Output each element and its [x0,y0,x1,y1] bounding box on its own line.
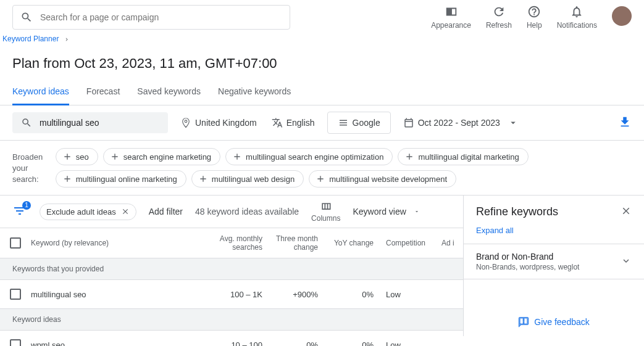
add-filter-button[interactable]: Add filter [149,207,183,216]
caret-down-icon [508,117,519,128]
broaden-label: Broaden your search: [12,148,46,187]
filter-button[interactable]: 1 [12,204,27,220]
header-comp[interactable]: Competition [380,239,435,247]
exclude-adult-chip[interactable]: Exclude adult ideas [40,204,136,220]
location-filter[interactable]: United Kingdom [178,113,259,132]
network-icon [338,117,349,128]
avatar[interactable] [612,6,632,26]
header-ad[interactable]: Ad i [435,239,460,247]
cell-keyword: wpml seo [31,340,191,347]
breadcrumb-link[interactable]: Keyword Planner [2,35,59,43]
notifications-action[interactable]: Notifications [557,5,597,30]
close-icon [621,205,632,216]
cell-yoy: 0% [324,340,380,347]
language-filter[interactable]: English [269,113,317,132]
broaden-chip[interactable]: seo [56,148,98,165]
tab-keyword-ideas[interactable]: Keyword ideas [12,81,69,105]
row-checkbox[interactable] [10,339,21,346]
close-icon[interactable] [121,207,130,216]
row-checkbox[interactable] [10,289,21,300]
help-action[interactable]: Help [527,5,542,30]
broaden-chip[interactable]: multilingual online marketing [56,170,186,187]
plus-icon [316,174,325,184]
refine-group-title: Brand or Non-Brand [476,252,579,262]
tab-saved-keywords[interactable]: Saved keywords [137,81,201,105]
refine-title: Refine keywords [476,205,558,218]
plus-icon [198,174,208,184]
location-icon [180,117,191,128]
search-icon [20,11,33,23]
feedback-button[interactable]: Give feedback [464,279,644,336]
header-yoy[interactable]: YoY change [324,239,380,247]
cell-yoy: 0% [324,290,380,299]
download-button[interactable] [618,115,632,131]
refine-panel: Refine keywords Expand all Brand or Non-… [463,195,644,336]
search-icon [21,117,32,128]
refine-group-subtitle: Non-Brands, wordpress, weglot [476,263,579,271]
columns-button[interactable]: Columns [311,200,340,223]
broaden-chip[interactable]: search engine marketing [103,148,220,165]
bell-icon [570,5,583,19]
translate-icon [272,117,283,128]
help-icon [527,5,541,19]
appearance-action[interactable]: Appearance [431,5,471,30]
cell-change: 0% [269,340,324,347]
caret-down-icon [414,208,420,215]
broaden-chip[interactable]: multilingual web design [191,170,304,187]
header-search[interactable]: Avg. monthly searches [191,234,269,252]
broaden-chip[interactable]: multilingual digital marketing [398,148,528,165]
refresh-action[interactable]: Refresh [486,5,512,30]
tab-negative-keywords[interactable]: Negative keywords [218,81,291,105]
tab-forecast[interactable]: Forecast [86,81,120,105]
cell-change: +900% [269,290,324,299]
refine-close-button[interactable] [621,205,632,218]
network-filter[interactable]: Google [327,112,391,134]
cell-search: 10 – 100 [191,340,269,347]
section-ideas: Keyword ideas [0,309,463,331]
cell-search: 100 – 1K [191,290,269,299]
header-change[interactable]: Three month change [269,234,324,252]
calendar-icon [403,117,414,128]
plus-icon [232,152,242,162]
appearance-icon [445,5,458,19]
chevron-down-icon [621,255,632,268]
cell-comp: Low [380,340,435,347]
table-row[interactable]: multilingual seo 100 – 1K +900% 0% Low [0,280,463,309]
search-box[interactable] [12,5,290,30]
chevron-right-icon [64,36,70,43]
breadcrumb: Keyword Planner [0,30,644,43]
keyword-search-input[interactable]: multilingual seo [12,112,168,133]
select-all-checkbox[interactable] [10,237,21,249]
broaden-chip[interactable]: multilingual search engine optimization [225,148,393,165]
tabs: Keyword ideas Forecast Saved keywords Ne… [0,76,644,105]
refresh-icon [492,5,506,19]
keyword-count: 48 keyword ideas available [195,207,299,216]
expand-all-button[interactable]: Expand all [464,223,644,244]
filter-badge: 1 [22,201,31,210]
download-icon [618,115,632,129]
plus-icon [62,152,72,162]
page-title: Plan from Oct 23, 2023, 11 am, GMT+07:00 [0,43,644,76]
search-input[interactable] [40,12,282,22]
plus-icon [62,174,72,184]
plus-icon [110,152,120,162]
broaden-chip[interactable]: multilingual website development [309,170,456,187]
cell-comp: Low [380,290,435,299]
table-row[interactable]: wpml seo 10 – 100 0% 0% Low [0,331,463,346]
header-keyword[interactable]: Keyword (by relevance) [31,239,191,247]
section-provided: Keywords that you provided [0,258,463,280]
feedback-icon [518,316,529,327]
cell-keyword: multilingual seo [31,290,191,299]
table-header-row: Keyword (by relevance) Avg. monthly sear… [0,228,463,258]
columns-icon [320,200,332,213]
view-dropdown[interactable]: Keyword view [353,207,419,216]
refine-group-brand[interactable]: Brand or Non-Brand Non-Brands, wordpress… [464,244,644,279]
date-range-filter[interactable]: Oct 2022 - Sept 2023 [401,113,521,132]
plus-icon [404,152,414,162]
